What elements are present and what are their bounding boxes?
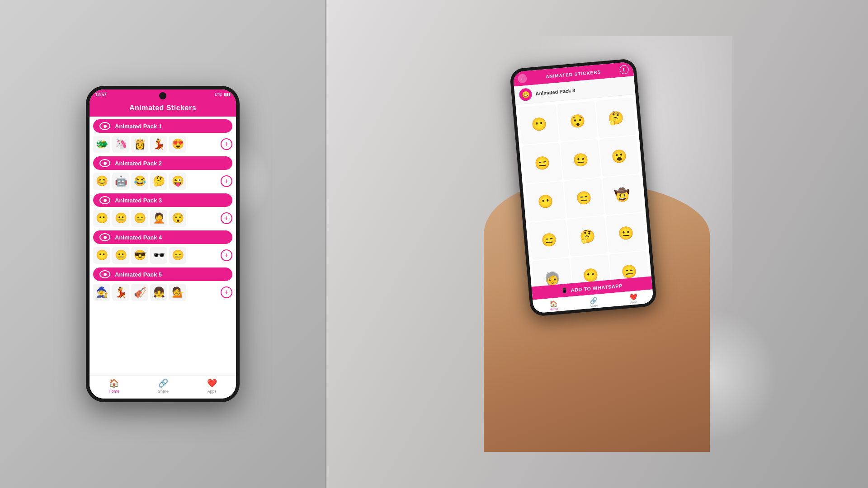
- sticker-5-5[interactable]: 💁: [169, 284, 186, 301]
- sticker-4-1[interactable]: 😶: [93, 247, 110, 264]
- left-panel: 12:57 LTE ▮▮▮ Animated Stickers Animated…: [0, 0, 326, 488]
- sticker-5-1[interactable]: 🧙: [93, 284, 110, 301]
- status-time: 12:57: [95, 92, 107, 97]
- back-button[interactable]: ←: [518, 74, 528, 84]
- pack-name-5: Animated Pack 5: [115, 271, 162, 278]
- home-icon: 🏠: [109, 378, 119, 388]
- pack-header-3[interactable]: Animated Pack 3: [93, 193, 232, 207]
- sticker-2-5[interactable]: 😜: [169, 173, 186, 190]
- p2-sticker-3[interactable]: 🤔: [595, 98, 636, 138]
- pack-name-2: Animated Pack 2: [115, 160, 162, 167]
- sticker-1-5[interactable]: 😍: [169, 136, 186, 153]
- eye-icon-3: [99, 196, 110, 204]
- p2-nav-share[interactable]: 🔗 Share: [589, 296, 599, 308]
- app-header: Animated Stickers: [90, 99, 236, 117]
- add-pack-2-button[interactable]: +: [221, 175, 232, 187]
- pack-name-4: Animated Pack 4: [115, 234, 162, 241]
- p2-sticker-10[interactable]: 😑: [528, 220, 569, 260]
- sticker-5-4[interactable]: 👧: [150, 284, 167, 301]
- sticker-2-2[interactable]: 🤖: [112, 173, 129, 190]
- eye-icon-2: [99, 159, 110, 167]
- phone-2-container: ← ANIMATED STICKERS ℹ 😀 Animated Pack 3 …: [461, 36, 732, 452]
- add-pack-4-button[interactable]: +: [221, 249, 232, 261]
- pack-stickers-3: 😶 😐 😑 🤦 😯 +: [93, 209, 232, 228]
- pack-header-4[interactable]: Animated Pack 4: [93, 230, 232, 244]
- pack-name-3: Animated Pack 3: [115, 197, 162, 204]
- camera-notch: [159, 92, 166, 99]
- nav-home-label: Home: [108, 389, 119, 394]
- nav-apps-label: Apps: [207, 389, 217, 394]
- nav-share-label: Share: [158, 389, 169, 394]
- p2-home-icon: 🏠: [549, 300, 557, 308]
- p2-sticker-12[interactable]: 😐: [605, 213, 646, 253]
- p2-sticker-9[interactable]: 🤠: [602, 174, 643, 215]
- nav-apps[interactable]: ❤️ Apps: [207, 378, 217, 397]
- p2-sticker-grid: 😶 😯 🤔 😑 😐 😮 😶 😑 🤠 😑 🤔 😐 🧓 😶 😑: [516, 94, 651, 287]
- p2-sticker-13[interactable]: 🧓: [532, 258, 573, 287]
- sticker-5-2[interactable]: 💃: [112, 284, 129, 301]
- sticker-2-1[interactable]: 😊: [93, 173, 110, 190]
- status-right: LTE ▮▮▮: [215, 92, 231, 97]
- sticker-3-1[interactable]: 😶: [93, 210, 110, 227]
- p2-sticker-2[interactable]: 😯: [557, 101, 598, 141]
- sticker-1-4[interactable]: 💃: [150, 136, 167, 153]
- pack-header-1[interactable]: Animated Pack 1: [93, 119, 232, 133]
- info-button[interactable]: ℹ: [619, 65, 629, 75]
- sticker-2-4[interactable]: 🤔: [150, 173, 167, 190]
- share-icon: 🔗: [158, 378, 168, 388]
- p2-nav-home[interactable]: 🏠 Home: [549, 300, 558, 311]
- pack-section-1: Animated Pack 1 🐲 🦄 👸 💃 😍 +: [93, 119, 232, 154]
- pack-section-2: Animated Pack 2 😊 🤖 😂 🤔 😜 +: [93, 156, 232, 191]
- sticker-3-3[interactable]: 😑: [131, 210, 148, 227]
- p2-home-label: Home: [549, 307, 558, 311]
- p2-sticker-5[interactable]: 😐: [560, 139, 601, 180]
- pack-section-5: Animated Pack 5 🧙 💃 🎻 👧 💁 +: [93, 267, 232, 302]
- sticker-4-4[interactable]: 🕶️: [150, 247, 167, 264]
- sticker-1-3[interactable]: 👸: [131, 136, 148, 153]
- add-pack-1-button[interactable]: +: [221, 138, 232, 150]
- apps-icon: ❤️: [207, 378, 217, 388]
- status-signal: LTE: [215, 92, 222, 97]
- pack-section-3: Animated Pack 3 😶 😐 😑 🤦 😯 +: [93, 193, 232, 228]
- sticker-1-1[interactable]: 🐲: [93, 136, 110, 153]
- p2-sticker-7[interactable]: 😶: [525, 181, 566, 222]
- pack-stickers-5: 🧙 💃 🎻 👧 💁 +: [93, 283, 232, 302]
- nav-home[interactable]: 🏠 Home: [108, 378, 119, 397]
- p2-sticker-8[interactable]: 😑: [564, 178, 604, 218]
- p2-nav-anns[interactable]: ❤️ Anns: [629, 293, 638, 304]
- add-to-whatsapp-label: ADD TO WHATSAPP: [571, 283, 623, 293]
- sticker-2-3[interactable]: 😂: [131, 173, 148, 190]
- pack-stickers-2: 😊 🤖 😂 🤔 😜 +: [93, 172, 232, 191]
- p2-sticker-6[interactable]: 😮: [599, 136, 639, 177]
- phone-2: ← ANIMATED STICKERS ℹ 😀 Animated Pack 3 …: [509, 58, 657, 317]
- pack-name-1: Animated Pack 1: [115, 123, 162, 130]
- pack-header-5[interactable]: Animated Pack 5: [93, 267, 232, 281]
- p2-share-icon: 🔗: [590, 296, 598, 304]
- eye-icon-1: [99, 122, 110, 130]
- sticker-3-5[interactable]: 😯: [169, 210, 186, 227]
- sticker-3-2[interactable]: 😐: [112, 210, 129, 227]
- sticker-1-2[interactable]: 🦄: [112, 136, 129, 153]
- sticker-4-3[interactable]: 😎: [131, 247, 148, 264]
- status-battery: ▮▮▮: [224, 92, 231, 97]
- add-pack-5-button[interactable]: +: [221, 286, 232, 298]
- app-content: Animated Pack 1 🐲 🦄 👸 💃 😍 +: [90, 117, 236, 375]
- right-panel: ← ANIMATED STICKERS ℹ 😀 Animated Pack 3 …: [326, 0, 868, 488]
- add-pack-3-button[interactable]: +: [221, 212, 232, 224]
- eye-icon-5: [99, 270, 110, 278]
- sticker-5-3[interactable]: 🎻: [131, 284, 148, 301]
- pack-section-4: Animated Pack 4 😶 😐 😎 🕶️ 😑 +: [93, 230, 232, 265]
- bottom-nav: 🏠 Home 🔗 Share ❤️ Apps: [90, 375, 236, 399]
- p2-anns-label: Anns: [630, 300, 637, 304]
- sticker-3-4[interactable]: 🤦: [150, 210, 167, 227]
- pack-header-2[interactable]: Animated Pack 2: [93, 156, 232, 170]
- whatsapp-icon: 📱: [561, 287, 569, 294]
- sticker-4-5[interactable]: 😑: [169, 247, 186, 264]
- p2-sticker-1[interactable]: 😶: [519, 104, 559, 145]
- p2-sticker-11[interactable]: 🤔: [567, 216, 608, 257]
- nav-share[interactable]: 🔗 Share: [158, 378, 169, 397]
- eye-icon-4: [99, 233, 110, 241]
- p2-sticker-4[interactable]: 😑: [522, 143, 562, 183]
- p2-pack-icon: 😀: [519, 88, 532, 101]
- sticker-4-2[interactable]: 😐: [112, 247, 129, 264]
